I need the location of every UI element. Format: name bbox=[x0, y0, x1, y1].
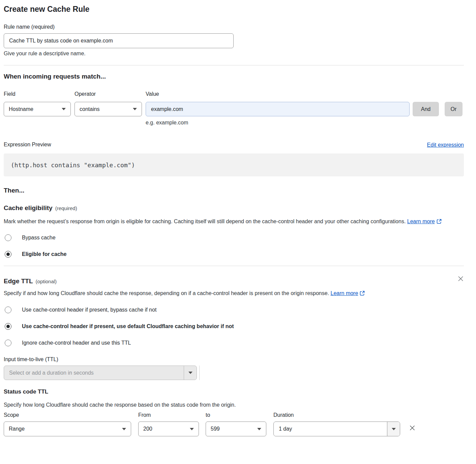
radio-button[interactable] bbox=[5, 340, 11, 346]
ttl-duration-placeholder: Select or add a duration in seconds bbox=[4, 366, 184, 380]
chevron-down-icon bbox=[190, 428, 194, 430]
learn-more-link[interactable]: Learn more bbox=[407, 219, 435, 224]
page-title: Create new Cache Rule bbox=[4, 4, 464, 14]
field-label: Field bbox=[4, 91, 71, 97]
expression-header-row: Expression Preview Edit expression bbox=[4, 141, 464, 148]
match-condition-row: Field Hostname Operator contains Value e… bbox=[4, 91, 464, 126]
cache-eligibility-description: Mark whether the request’s response from… bbox=[4, 217, 464, 226]
operator-select[interactable]: contains bbox=[75, 102, 142, 116]
status-code-ttl-heading: Status code TTL bbox=[4, 388, 464, 395]
operator-select-value: contains bbox=[80, 106, 100, 112]
edge-ttl-heading: Edge TTL bbox=[4, 277, 33, 286]
edge-ttl-option-bypass[interactable]: Use cache-control header if present, byp… bbox=[4, 306, 464, 314]
close-icon[interactable] bbox=[457, 276, 464, 283]
edit-expression-link[interactable]: Edit expression bbox=[427, 142, 464, 148]
field-column: Field Hostname bbox=[4, 91, 71, 116]
section-divider bbox=[4, 266, 464, 266]
scope-label: Scope bbox=[4, 412, 131, 418]
ttl-dropdown-button[interactable] bbox=[184, 366, 197, 380]
to-select-value: 599 bbox=[211, 426, 220, 432]
status-code-ttl-row: Scope Range From 200 to 599 Duration 1 d… bbox=[4, 412, 464, 436]
chevron-down-icon bbox=[257, 428, 261, 430]
create-cache-rule-form: Create new Cache Rule Rule name (require… bbox=[0, 0, 476, 436]
match-heading: When incoming requests match... bbox=[4, 72, 464, 81]
to-column: to 599 bbox=[206, 412, 266, 436]
edge-ttl-description: Specify if and how long Cloudflare shoul… bbox=[4, 289, 376, 298]
chevron-down-icon bbox=[188, 372, 192, 374]
ttl-duration-select[interactable]: Select or add a duration in seconds bbox=[4, 366, 197, 380]
and-button[interactable]: And bbox=[413, 102, 439, 116]
learn-more-link[interactable]: Learn more bbox=[331, 290, 358, 296]
eligible-for-cache-option[interactable]: Eligible for cache bbox=[4, 251, 464, 258]
field-select-value: Hostname bbox=[9, 106, 33, 112]
expression-code: (http.host contains "example.com") bbox=[11, 162, 135, 169]
edge-ttl-option-ignore[interactable]: Ignore cache-control header and use this… bbox=[4, 339, 464, 347]
field-select[interactable]: Hostname bbox=[4, 102, 71, 116]
remove-row-icon[interactable] bbox=[409, 425, 416, 433]
radio-label: Bypass cache bbox=[22, 234, 56, 241]
to-label: to bbox=[206, 412, 266, 418]
duration-select-value: 1 day bbox=[274, 422, 387, 436]
value-label: Value bbox=[146, 91, 410, 97]
radio-label: Use cache-control header if present, use… bbox=[22, 323, 234, 330]
section-divider bbox=[4, 65, 464, 65]
expression-preview-box: (http.host contains "example.com") bbox=[4, 153, 464, 176]
radio-label: Eligible for cache bbox=[22, 251, 66, 258]
edge-ttl-header: Edge TTL (optional) bbox=[4, 277, 464, 286]
scope-column: Scope Range bbox=[4, 412, 131, 436]
from-select-value: 200 bbox=[143, 426, 152, 432]
rule-name-label: Rule name (required) bbox=[4, 24, 464, 30]
chevron-down-icon bbox=[392, 428, 396, 430]
radio-label: Use cache-control header if present, byp… bbox=[22, 306, 156, 314]
status-code-ttl-description: Specify how long Cloudflare should cache… bbox=[4, 402, 464, 408]
radio-button[interactable] bbox=[5, 323, 11, 330]
then-heading: Then... bbox=[4, 186, 464, 195]
rule-name-help: Give your rule a descriptive name. bbox=[4, 50, 464, 57]
optional-tag: (optional) bbox=[36, 279, 57, 284]
expression-preview-label: Expression Preview bbox=[4, 141, 51, 148]
external-link-icon bbox=[437, 219, 442, 224]
scope-select[interactable]: Range bbox=[4, 422, 131, 436]
cache-eligibility-description-text: Mark whether the request’s response from… bbox=[4, 219, 406, 224]
radio-button[interactable] bbox=[5, 307, 11, 313]
ttl-input-label: Input time-to-live (TTL) bbox=[4, 356, 464, 363]
from-column: From 200 bbox=[138, 412, 199, 436]
rule-name-input[interactable] bbox=[4, 33, 234, 48]
from-label: From bbox=[138, 412, 199, 418]
duration-dropdown-button[interactable] bbox=[387, 422, 400, 436]
value-help: e.g. example.com bbox=[146, 119, 410, 126]
from-select[interactable]: 200 bbox=[138, 422, 199, 436]
cache-eligibility-heading: Cache eligibility bbox=[4, 204, 53, 212]
chevron-down-icon bbox=[122, 428, 126, 430]
duration-label: Duration bbox=[273, 412, 400, 418]
ttl-adjacent-edge bbox=[199, 366, 200, 380]
external-link-icon bbox=[360, 291, 365, 296]
duration-select[interactable]: 1 day bbox=[273, 422, 400, 436]
connector-buttons: And Or bbox=[410, 102, 463, 116]
bypass-cache-option[interactable]: Bypass cache bbox=[4, 234, 464, 241]
radio-button[interactable] bbox=[5, 234, 11, 241]
radio-button[interactable] bbox=[5, 251, 11, 258]
chevron-down-icon bbox=[62, 108, 66, 110]
operator-label: Operator bbox=[75, 91, 142, 97]
duration-column: Duration 1 day bbox=[273, 412, 400, 436]
scope-select-value: Range bbox=[9, 426, 25, 432]
or-button[interactable]: Or bbox=[445, 102, 463, 116]
value-input[interactable] bbox=[146, 102, 410, 116]
value-column: Value e.g. example.com bbox=[146, 91, 410, 126]
operator-column: Operator contains bbox=[75, 91, 142, 116]
edge-ttl-option-default[interactable]: Use cache-control header if present, use… bbox=[4, 323, 464, 330]
cache-eligibility-header: Cache eligibility (required) bbox=[4, 204, 464, 212]
required-tag: (required) bbox=[55, 205, 77, 211]
radio-label: Ignore cache-control header and use this… bbox=[22, 339, 131, 347]
to-select[interactable]: 599 bbox=[206, 422, 266, 436]
chevron-down-icon bbox=[133, 108, 137, 110]
edge-ttl-description-text: Specify if and how long Cloudflare shoul… bbox=[4, 290, 329, 296]
ttl-combo-row: Select or add a duration in seconds bbox=[4, 366, 464, 380]
